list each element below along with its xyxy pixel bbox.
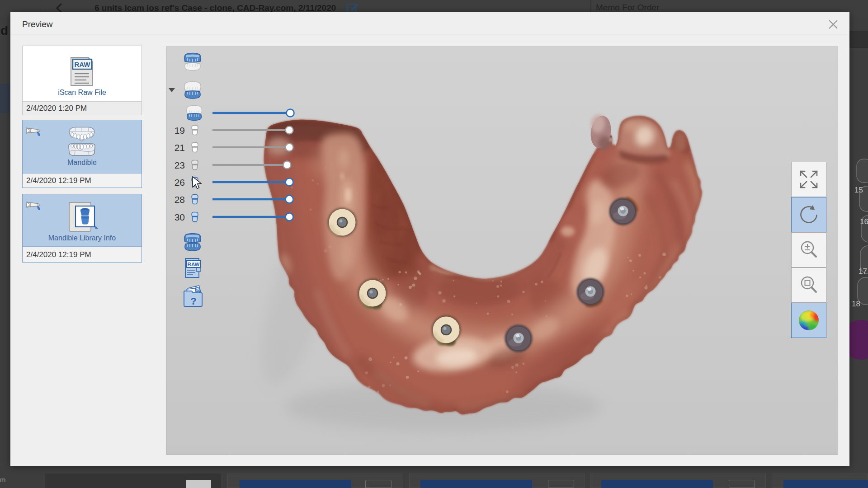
svg-text:RAW: RAW xyxy=(75,61,91,68)
svg-text:16: 16 xyxy=(860,217,868,226)
svg-text:?: ? xyxy=(190,296,196,307)
svg-text:RAW: RAW xyxy=(188,262,200,267)
svg-text:21: 21 xyxy=(175,142,185,153)
svg-text:19: 19 xyxy=(175,125,185,136)
svg-text:30: 30 xyxy=(175,212,185,222)
svg-text:17: 17 xyxy=(859,267,867,276)
svg-text:26: 26 xyxy=(175,177,185,188)
svg-text:15: 15 xyxy=(854,186,863,194)
svg-text:18: 18 xyxy=(852,300,860,308)
svg-text:28: 28 xyxy=(175,194,185,205)
svg-text:23: 23 xyxy=(175,160,185,170)
